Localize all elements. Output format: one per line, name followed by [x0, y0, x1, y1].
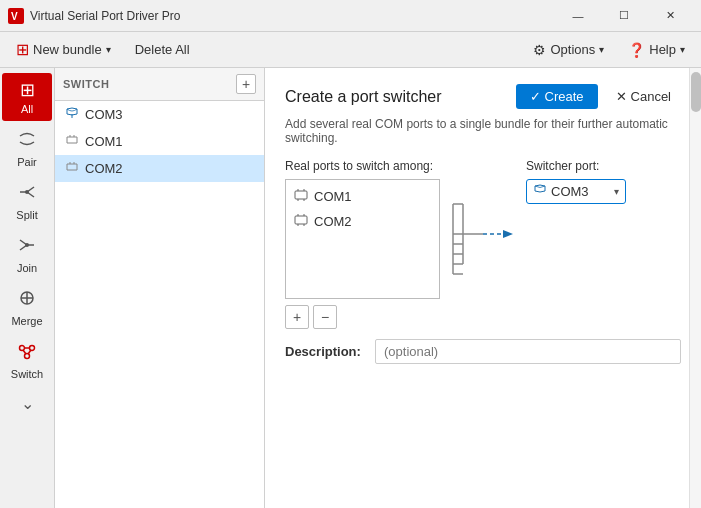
- options-button[interactable]: ⚙ Options ▾: [525, 38, 612, 62]
- sidebar-icons: ⊞ All Pair Split: [0, 68, 55, 508]
- port-name: COM1: [85, 134, 123, 149]
- port-icon: [65, 106, 79, 123]
- new-bundle-button[interactable]: ⊞ New bundle ▾: [8, 36, 119, 63]
- scrollbar-track[interactable]: [689, 68, 701, 508]
- port-action-buttons: + −: [285, 305, 440, 329]
- options-arrow: ▾: [599, 44, 604, 55]
- title-bar: V Virtual Serial Port Driver Pro — ☐ ✕: [0, 0, 701, 32]
- scrollbar-thumb: [691, 72, 701, 112]
- port-icon: [65, 160, 79, 177]
- list-item[interactable]: COM3: [55, 101, 264, 128]
- cancel-label: Cancel: [631, 89, 671, 104]
- main-layout: ⊞ All Pair Split: [0, 68, 701, 508]
- real-ports-section: Real ports to switch among: COM1: [285, 159, 440, 329]
- svg-rect-24: [295, 191, 307, 199]
- remove-port-button[interactable]: −: [313, 305, 337, 329]
- svg-marker-41: [503, 230, 513, 238]
- panel-add-button[interactable]: +: [236, 74, 256, 94]
- window-controls: — ☐ ✕: [555, 0, 693, 32]
- switcher-port-label: Switcher port:: [526, 159, 626, 173]
- new-bundle-label: New bundle: [33, 42, 102, 57]
- sidebar-item-merge[interactable]: Merge: [2, 282, 52, 333]
- port-name: COM2: [85, 161, 123, 176]
- help-arrow: ▾: [680, 44, 685, 55]
- new-bundle-arrow: ▾: [106, 44, 111, 55]
- list-item[interactable]: COM2: [55, 155, 264, 182]
- minimize-button[interactable]: —: [555, 0, 601, 32]
- real-ports-listbox: COM1 COM2: [285, 179, 440, 299]
- svg-point-5: [25, 190, 29, 194]
- content-area: Create a port switcher ✓ Create ✕ Cancel…: [265, 68, 701, 508]
- description-row: Description:: [285, 339, 681, 364]
- pair-icon: [17, 129, 37, 154]
- switch-icon: [17, 341, 37, 366]
- switcher-port-section: Switcher port: COM3 ▾: [526, 159, 626, 204]
- real-ports-label: Real ports to switch among:: [285, 159, 440, 173]
- switcher-port-value: COM3: [551, 184, 610, 199]
- cancel-x-icon: ✕: [616, 89, 627, 104]
- help-button[interactable]: ❓ Help ▾: [620, 38, 693, 62]
- join-icon: [17, 235, 37, 260]
- split-icon: [17, 182, 37, 207]
- svg-text:V: V: [11, 11, 18, 22]
- panel-list: COM3 COM1 COM2: [55, 101, 264, 508]
- dropdown-arrow-icon: ▾: [614, 186, 619, 197]
- merge-icon: [17, 288, 37, 313]
- new-bundle-icon: ⊞: [16, 40, 29, 59]
- sidebar-item-all[interactable]: ⊞ All: [2, 73, 52, 121]
- list-item[interactable]: COM1: [55, 128, 264, 155]
- list-item[interactable]: COM1: [286, 184, 439, 209]
- options-label: Options: [550, 42, 595, 57]
- sidebar-item-split[interactable]: Split: [2, 176, 52, 227]
- create-panel-header: Create a port switcher ✓ Create ✕ Cancel: [285, 84, 681, 109]
- create-panel-actions: ✓ Create ✕ Cancel: [516, 84, 681, 109]
- more-icon: ⌄: [21, 394, 34, 413]
- app-title: Virtual Serial Port Driver Pro: [30, 9, 555, 23]
- svg-rect-29: [295, 216, 307, 224]
- help-label: Help: [649, 42, 676, 57]
- add-port-button[interactable]: +: [285, 305, 309, 329]
- port-icon: [65, 133, 79, 150]
- sidebar-item-join[interactable]: Join: [2, 229, 52, 280]
- toolbar-right: ⚙ Options ▾ ❓ Help ▾: [525, 38, 693, 62]
- list-item[interactable]: COM2: [286, 209, 439, 234]
- cancel-button[interactable]: ✕ Cancel: [606, 84, 681, 109]
- svg-point-9: [25, 243, 29, 247]
- port-icon: [294, 213, 308, 230]
- create-button[interactable]: ✓ Create: [516, 84, 598, 109]
- sidebar-item-pair[interactable]: Pair: [2, 123, 52, 174]
- desc-label: Description:: [285, 344, 365, 359]
- gear-icon: ⚙: [533, 42, 546, 58]
- port-icon: [294, 188, 308, 205]
- real-port-name: COM2: [314, 214, 352, 229]
- port-name: COM3: [85, 107, 123, 122]
- panel-header: SWITCH +: [55, 68, 264, 101]
- svg-line-18: [28, 350, 31, 354]
- create-panel: Create a port switcher ✓ Create ✕ Cancel…: [265, 68, 701, 508]
- help-icon: ❓: [628, 42, 645, 58]
- all-icon: ⊞: [20, 79, 35, 101]
- delete-all-button[interactable]: Delete All: [127, 38, 198, 61]
- description-input[interactable]: [375, 339, 681, 364]
- connector-visual: [448, 179, 518, 299]
- port-panel: SWITCH + COM3 COM1 COM2: [55, 68, 265, 508]
- switcher-port-dropdown[interactable]: COM3 ▾: [526, 179, 626, 204]
- svg-line-17: [23, 350, 26, 354]
- sidebar-item-more[interactable]: ⌄: [2, 388, 52, 419]
- delete-all-label: Delete All: [135, 42, 190, 57]
- app-icon: V: [8, 8, 24, 24]
- create-panel-title: Create a port switcher: [285, 88, 442, 106]
- sidebar-item-switch[interactable]: Switch: [2, 335, 52, 386]
- create-description: Add several real COM ports to a single b…: [285, 117, 681, 145]
- real-port-name: COM1: [314, 189, 352, 204]
- panel-title: SWITCH: [63, 78, 109, 90]
- maximize-button[interactable]: ☐: [601, 0, 647, 32]
- toolbar: ⊞ New bundle ▾ Delete All ⚙ Options ▾ ❓ …: [0, 32, 701, 68]
- close-button[interactable]: ✕: [647, 0, 693, 32]
- svg-point-13: [20, 346, 25, 351]
- switcher-port-icon: [533, 183, 547, 200]
